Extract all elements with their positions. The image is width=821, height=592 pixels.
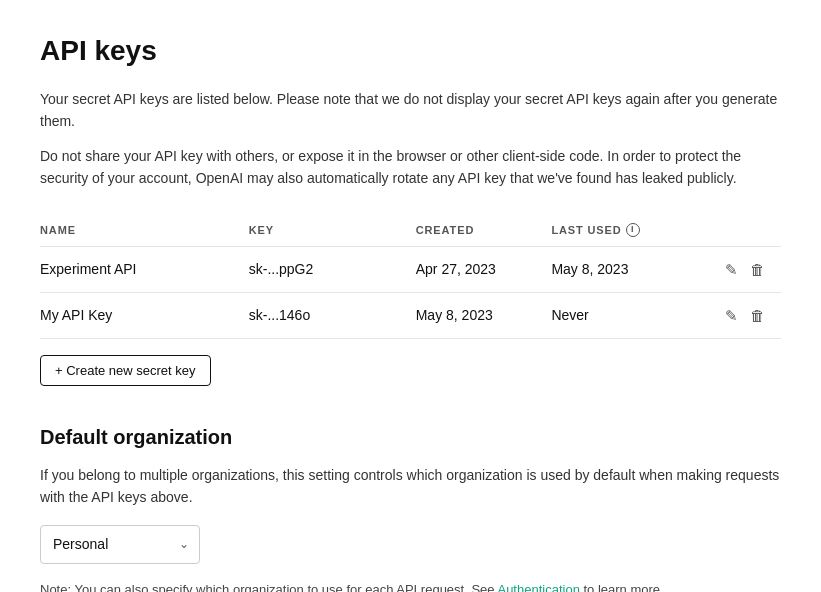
last-used-info-icon: i [626,223,640,237]
row-actions: ✎ 🗑 [718,247,781,293]
col-header-key: KEY [249,214,416,247]
row-key: sk-...ppG2 [249,247,416,293]
authentication-link[interactable]: Authentication [497,582,579,592]
api-keys-table: NAME KEY CREATED LAST USED i Experiment … [40,214,781,340]
description-2: Do not share your API key with others, o… [40,145,781,190]
row-last-used: May 8, 2023 [551,247,718,293]
edit-key-button[interactable]: ✎ [721,260,742,279]
col-header-created: CREATED [416,214,552,247]
col-header-actions [718,214,781,247]
row-key: sk-...146o [249,293,416,339]
table-row: My API Key sk-...146o May 8, 2023 Never … [40,293,781,339]
page-title: API keys [40,30,781,72]
row-last-used: Never [551,293,718,339]
col-header-last-used: LAST USED i [551,214,718,247]
organization-select-wrapper[interactable]: Personal ⌄ Personal [40,525,200,564]
row-actions: ✎ 🗑 [718,293,781,339]
delete-key-button[interactable]: 🗑 [746,306,769,325]
default-org-description: If you belong to multiple organizations,… [40,464,781,509]
table-row: Experiment API sk-...ppG2 Apr 27, 2023 M… [40,247,781,293]
row-name: Experiment API [40,247,249,293]
description-1: Your secret API keys are listed below. P… [40,88,781,133]
edit-key-button[interactable]: ✎ [721,306,742,325]
create-secret-key-button[interactable]: + Create new secret key [40,355,211,386]
row-created: May 8, 2023 [416,293,552,339]
delete-key-button[interactable]: 🗑 [746,260,769,279]
note-text: Note: You can also specify which organiz… [40,580,781,592]
row-created: Apr 27, 2023 [416,247,552,293]
row-name: My API Key [40,293,249,339]
default-org-title: Default organization [40,422,781,452]
default-org-section: Default organization If you belong to mu… [40,422,781,592]
col-header-name: NAME [40,214,249,247]
